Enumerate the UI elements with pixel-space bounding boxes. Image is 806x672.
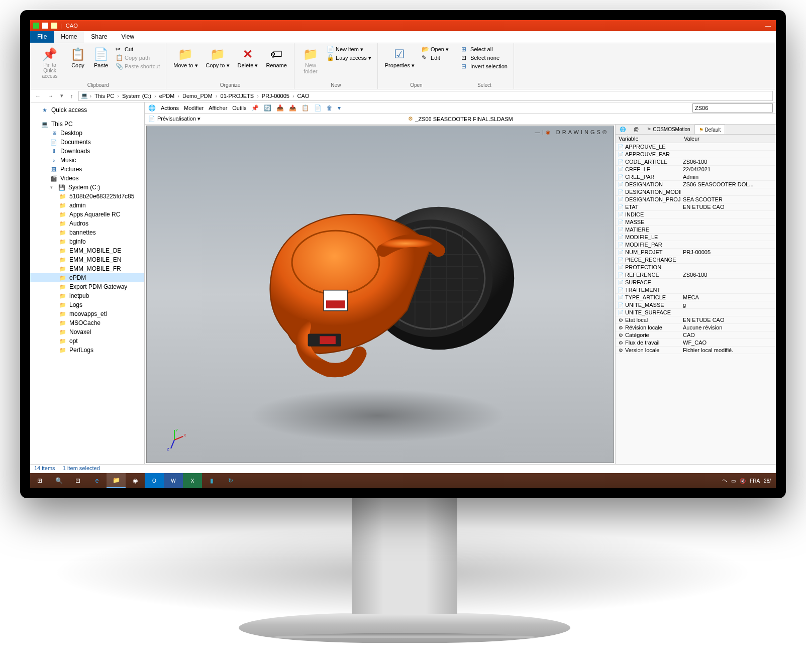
chrome-icon[interactable]: ◉: [126, 473, 145, 488]
outlook-icon[interactable]: O: [145, 473, 164, 488]
prop-row[interactable]: ⚙Révision localeAucune révision: [616, 324, 776, 331]
nav-folder[interactable]: 📁EMM_MOBILE_EN: [30, 255, 144, 264]
tab-at[interactable]: @: [630, 125, 643, 134]
nav-item-downloads[interactable]: ⬇Downloads: [30, 147, 144, 156]
bc-4[interactable]: 01-PROJETS: [220, 93, 255, 99]
prop-row[interactable]: 📄SURFACE: [616, 279, 776, 286]
prop-row[interactable]: 📄PROTECTION: [616, 264, 776, 271]
select-none-button[interactable]: ⊡Select none: [459, 54, 510, 62]
nav-folder[interactable]: 📁Export PDM Gateway: [30, 282, 144, 291]
cut-button[interactable]: ✂Cut: [114, 45, 162, 53]
prop-row[interactable]: 📄DESIGNATIONZS06 SEASCOOTER DOL...: [616, 181, 776, 188]
easy-access-button[interactable]: 🔓Easy access ▾: [325, 54, 373, 62]
nav-folder[interactable]: 📁Apps Aquarelle RC: [30, 210, 144, 219]
new-item-button[interactable]: 📄New item ▾: [325, 45, 373, 53]
nav-pane[interactable]: ★Quick access 💻This PC 🖥Desktop📄Document…: [30, 102, 145, 464]
properties-button[interactable]: ☑Properties ▾: [382, 45, 418, 70]
prop-row[interactable]: 📄INDICE: [616, 211, 776, 218]
3d-viewer[interactable]: —|◉ DRAWINGS®: [146, 126, 614, 463]
paste-shortcut-button[interactable]: 📎Paste shortcut: [114, 62, 162, 70]
tray-clock[interactable]: 28/: [764, 478, 771, 484]
nav-this-pc[interactable]: 💻This PC: [30, 120, 144, 129]
menu-modifier[interactable]: Modifier: [184, 105, 204, 111]
prop-row[interactable]: 📄APPROUVE_PAR: [616, 151, 776, 158]
copy-path-button[interactable]: 📋Copy path: [114, 54, 162, 62]
header-variable[interactable]: Variable: [616, 135, 681, 143]
menu-actions[interactable]: Actions: [161, 105, 179, 111]
prop-row[interactable]: 📄REFERENCEZS06-100: [616, 271, 776, 279]
qat-icon-3[interactable]: [51, 23, 57, 29]
nav-folder[interactable]: 📁5108b20e683225fd7c85: [30, 192, 144, 201]
nav-folder[interactable]: 📁Logs: [30, 300, 144, 309]
tab-file[interactable]: File: [30, 31, 54, 43]
tray-chevron-icon[interactable]: ヘ: [722, 477, 727, 484]
tb-icon-1[interactable]: 🔄: [264, 104, 271, 111]
open-button[interactable]: 📂Open ▾: [420, 45, 451, 53]
tray-network-icon[interactable]: ▭: [731, 478, 736, 484]
word-icon[interactable]: W: [164, 473, 183, 488]
nav-quick-access[interactable]: ★Quick access: [30, 105, 144, 115]
header-valeur[interactable]: Valeur: [681, 135, 702, 143]
select-all-button[interactable]: ⊞Select all: [459, 45, 510, 53]
tb-icon-3[interactable]: 📤: [289, 104, 296, 111]
tb-icon-5[interactable]: 📄: [314, 104, 322, 111]
explorer-icon[interactable]: 📁: [107, 473, 126, 488]
prop-row[interactable]: 📄ETATEN ETUDE CAO: [616, 203, 776, 211]
nav-item-desktop[interactable]: 🖥Desktop: [30, 129, 144, 138]
prop-row[interactable]: 📄CREE_PARAdmin: [616, 173, 776, 181]
forward-button[interactable]: →: [46, 92, 55, 100]
minimize-button[interactable]: ―: [765, 23, 771, 29]
nav-folder[interactable]: 📁inetpub: [30, 291, 144, 300]
tb-icon-2[interactable]: 📥: [276, 104, 284, 111]
copy-button[interactable]: 📋 Copy: [67, 45, 88, 69]
prop-row[interactable]: 📄NUM_PROJETPRJ-00005: [616, 249, 776, 256]
nav-folder[interactable]: 📁ePDM: [30, 273, 144, 282]
task-view-button[interactable]: ⊡: [68, 473, 87, 488]
prop-row[interactable]: 📄MASSE: [616, 218, 776, 226]
invert-selection-button[interactable]: ⊟Invert selection: [459, 62, 510, 70]
tray-lang[interactable]: FRA: [750, 478, 760, 484]
nav-folder[interactable]: 📁moovapps_etl: [30, 309, 144, 318]
prop-row[interactable]: 📄UNITE_MASSEg: [616, 301, 776, 309]
prop-row[interactable]: 📄MODIFIE_LE: [616, 234, 776, 241]
tb-icon-4[interactable]: 📋: [301, 104, 309, 111]
prop-row[interactable]: 📄DESIGNATION_MODIF: [616, 188, 776, 196]
nav-folder[interactable]: 📁opt: [30, 337, 144, 346]
edit-button[interactable]: ✎Edit: [420, 54, 451, 62]
preview-icon[interactable]: 📄: [148, 116, 155, 122]
prop-row[interactable]: 📄MATIERE: [616, 226, 776, 234]
bc-6[interactable]: CAO: [296, 93, 311, 99]
prop-row[interactable]: 📄UNITE_SURFACE: [616, 309, 776, 316]
tray-volume-icon[interactable]: 🔇: [740, 478, 746, 484]
tab-share[interactable]: Share: [84, 31, 114, 43]
prop-row[interactable]: 📄APPROUVE_LE: [616, 143, 776, 151]
prop-row[interactable]: 📄DESIGNATION_PROJETSEA SCOOTER: [616, 196, 776, 203]
pin-to-quick-access-button[interactable]: 📌 Pin to Quick access: [34, 45, 65, 80]
prop-row[interactable]: ⚙Etat localEN ETUDE CAO: [616, 316, 776, 324]
menu-outils[interactable]: Outils: [232, 105, 246, 111]
qat-icon-1[interactable]: [33, 23, 39, 29]
nav-system-drive[interactable]: ▾💾System (C:): [30, 183, 144, 192]
nav-folder[interactable]: 📁bginfo: [30, 237, 144, 246]
prop-row[interactable]: ⚙Flux de travailWF_CAO: [616, 339, 776, 347]
bc-3[interactable]: Demo_PDM: [181, 93, 214, 99]
pin-tb-icon[interactable]: 📌: [251, 104, 259, 111]
props-list[interactable]: 📄APPROUVE_LE📄APPROUVE_PAR📄CODE_ARTICLEZS…: [616, 143, 776, 464]
nav-folder[interactable]: 📁MSOCache: [30, 318, 144, 327]
breadcrumb[interactable]: 💻 › This PC› System (C:)› ePDM› Demo_PDM…: [78, 91, 773, 101]
excel-icon[interactable]: X: [183, 473, 202, 488]
tab-view[interactable]: View: [114, 31, 141, 43]
app-icon-1[interactable]: ▮: [202, 473, 221, 488]
tab-globe[interactable]: 🌐: [616, 125, 630, 134]
system-tray[interactable]: ヘ ▭ 🔇 FRA 28/: [722, 477, 776, 484]
delete-button[interactable]: ✕Delete ▾: [235, 45, 261, 70]
prop-row[interactable]: 📄MODIFIE_PAR: [616, 241, 776, 249]
prop-row[interactable]: 📄CREE_LE22/04/2021: [616, 166, 776, 173]
bc-0[interactable]: This PC: [93, 93, 115, 99]
bc-2[interactable]: ePDM: [158, 93, 176, 99]
rename-button[interactable]: 🏷Rename: [263, 45, 290, 69]
nav-item-videos[interactable]: 🎬Videos: [30, 174, 144, 183]
app-icon-2[interactable]: ↻: [221, 473, 240, 488]
copy-to-button[interactable]: 📁Copy to ▾: [203, 45, 233, 70]
nav-folder[interactable]: 📁Audros: [30, 219, 144, 228]
